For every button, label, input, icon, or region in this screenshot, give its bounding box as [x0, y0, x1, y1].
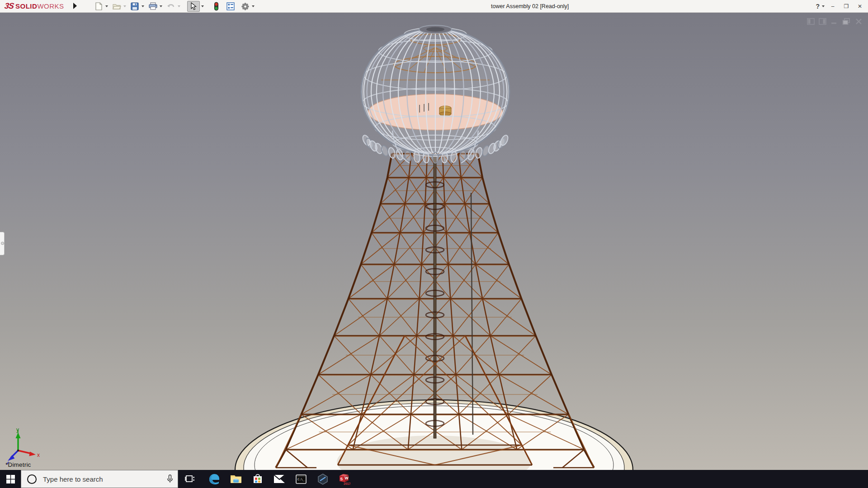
- open-caret: [122, 1, 127, 11]
- taskbar-app-file-explorer[interactable]: [226, 470, 246, 488]
- taskbar-app-solidworks[interactable]: S W 2017: [334, 470, 354, 488]
- view-orientation-label: *Dimetric: [5, 461, 31, 468]
- composer-hexagon-icon: [317, 474, 328, 485]
- quick-access-toolbar: [93, 0, 258, 12]
- print-icon: [149, 2, 157, 10]
- ds-logo-mark: 3S: [4, 1, 14, 11]
- taskbar-search-input[interactable]: Type here to search: [21, 470, 178, 488]
- select-caret[interactable]: [200, 1, 205, 11]
- file-properties-icon: [226, 2, 235, 10]
- flyout-tab-dot: [1, 242, 4, 245]
- start-button[interactable]: [0, 470, 21, 488]
- new-document-icon: [95, 2, 103, 10]
- document-restore-icon[interactable]: [842, 18, 851, 25]
- save-button[interactable]: [129, 1, 140, 11]
- options-caret[interactable]: [250, 1, 255, 11]
- undo-icon: [167, 3, 175, 10]
- svg-text:2017: 2017: [344, 482, 350, 485]
- taskbar-app-mail[interactable]: [269, 470, 289, 488]
- help-caret[interactable]: [821, 1, 826, 11]
- triad-x-label: x: [37, 452, 40, 458]
- taskbar-app-composer[interactable]: [313, 470, 333, 488]
- taskbar-app-command-prompt[interactable]: C:\_: [291, 470, 311, 488]
- print-caret[interactable]: [158, 1, 163, 11]
- svg-text:S: S: [340, 477, 343, 481]
- graphics-viewport[interactable]: y x *Dimetric: [0, 12, 868, 470]
- undo-button: [165, 1, 176, 11]
- brand-solid: SOLID: [15, 2, 37, 10]
- help-button[interactable]: ?: [816, 3, 820, 10]
- file-explorer-icon: [230, 474, 242, 484]
- file-properties-button[interactable]: [225, 1, 236, 11]
- select-cursor-icon: [190, 2, 197, 10]
- feature-tree-flyout-tab[interactable]: [0, 232, 5, 255]
- search-placeholder: Type here to search: [43, 475, 103, 483]
- restore-button[interactable]: ❐: [842, 3, 851, 9]
- document-window-controls: [807, 18, 863, 25]
- new-document-button[interactable]: [93, 1, 104, 11]
- mail-icon: [274, 474, 285, 483]
- save-caret[interactable]: [140, 1, 145, 11]
- command-prompt-icon: C:\_: [296, 474, 307, 484]
- windows-taskbar: Type here to search: [0, 470, 868, 488]
- tower-3d-model: [0, 12, 868, 470]
- window-controls: ? – ❐ ✕: [816, 0, 864, 12]
- windows-logo-icon: [6, 475, 15, 483]
- pane-left-icon[interactable]: [807, 18, 815, 25]
- store-icon: [252, 474, 263, 484]
- taskbar-app-edge[interactable]: [204, 470, 224, 488]
- undo-caret: [176, 1, 181, 11]
- solidworks-logo: 3S SOLID WORKS: [5, 1, 64, 11]
- pane-right-icon[interactable]: [819, 18, 826, 25]
- close-button[interactable]: ✕: [855, 3, 864, 9]
- titlebar: 3S SOLID WORKS: [0, 0, 868, 13]
- svg-text:C:\_: C:\_: [297, 477, 305, 481]
- save-icon: [131, 2, 139, 10]
- select-button[interactable]: [187, 1, 200, 12]
- rebuild-button[interactable]: [211, 1, 222, 11]
- solidworks-2017-icon: S W 2017: [338, 473, 350, 485]
- new-document-caret[interactable]: [104, 1, 109, 11]
- svg-text:W: W: [345, 475, 349, 480]
- options-gear-icon: [241, 2, 250, 10]
- triad-y-label: y: [16, 427, 19, 433]
- print-button[interactable]: [147, 1, 158, 11]
- task-view-button[interactable]: [180, 470, 200, 488]
- options-button[interactable]: [240, 1, 250, 11]
- brand-works: WORKS: [37, 2, 64, 10]
- document-close-icon[interactable]: [855, 18, 863, 25]
- edge-icon: [208, 473, 220, 485]
- document-title: tower Assembly 02 [Read-only]: [491, 3, 569, 9]
- menu-flyout-arrow-icon[interactable]: [73, 3, 77, 9]
- rebuild-traffic-light-icon: [214, 2, 219, 11]
- minimize-button[interactable]: –: [828, 3, 837, 9]
- microphone-icon[interactable]: [167, 474, 173, 483]
- document-minimize-icon[interactable]: [830, 18, 838, 25]
- open-button[interactable]: [111, 1, 122, 11]
- cortana-icon: [27, 474, 37, 484]
- task-view-icon: [185, 474, 195, 483]
- open-icon: [113, 3, 121, 10]
- taskbar-app-store[interactable]: [248, 470, 268, 488]
